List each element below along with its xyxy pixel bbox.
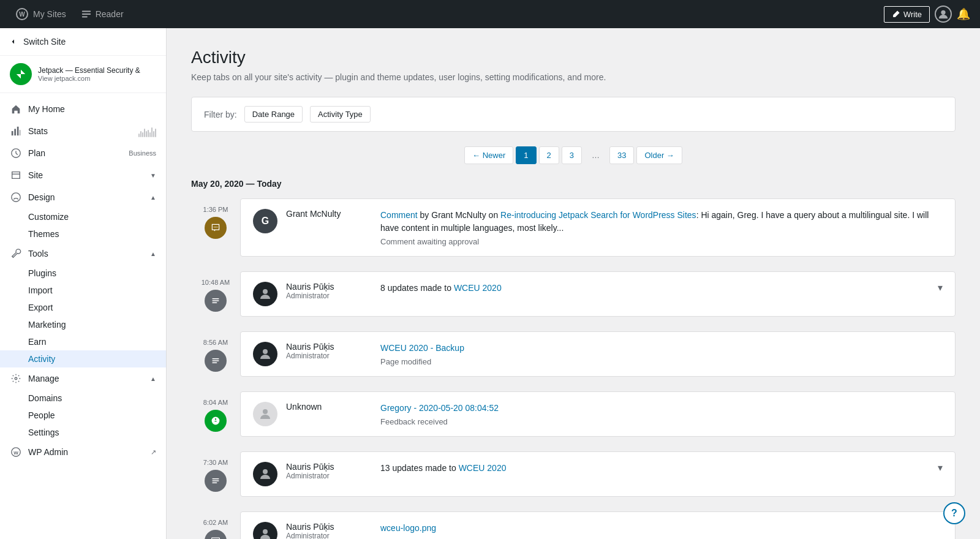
user-avatar[interactable] (935, 6, 952, 23)
sidebar-item-wp-admin[interactable]: W WP Admin ↗ (0, 441, 166, 463)
tools-icon (10, 247, 22, 260)
sidebar-item-site[interactable]: Site ▼ (0, 164, 166, 186)
activity-link-comment[interactable]: Comment (380, 210, 418, 220)
switch-site-button[interactable]: Switch Site (0, 28, 166, 56)
role-4: Administrator (286, 472, 372, 480)
svg-rect-23 (212, 358, 219, 360)
sidebar-item-design[interactable]: Design ▲ (0, 186, 166, 208)
sidebar-item-stats[interactable]: Stats (0, 120, 166, 142)
my-home-label: My Home (28, 104, 156, 114)
activity-list: 1:36 PM G Grant McNulty (191, 198, 956, 539)
svg-point-5 (941, 10, 945, 15)
write-button[interactable]: Write (884, 6, 930, 23)
sidebar-subitem-earn[interactable]: Earn (0, 333, 166, 350)
sidebar-item-plan[interactable]: Plan Business (0, 142, 166, 164)
activity-post-link-2[interactable]: WCEU 2020 - Backup (380, 343, 464, 353)
reader-button[interactable]: Reader (75, 6, 130, 22)
site-brand: Jetpack — Essential Security & View jetp… (0, 56, 166, 93)
activity-time-2: 8:56 AM (203, 339, 228, 346)
expand-button-1[interactable]: ▾ (938, 282, 943, 293)
newer-button[interactable]: ← Newer (464, 146, 513, 164)
activity-meta-0: Comment awaiting approval (380, 237, 943, 246)
activity-icon-2 (205, 350, 227, 372)
filter-by-label: Filter by: (204, 110, 237, 119)
activity-post-link-4[interactable]: WCEU 2020 (459, 463, 507, 473)
activity-row-1: 10:48 AM Nauris Pūķis Administrator (191, 271, 956, 324)
activity-detail-4: 13 updates made to WCEU 2020 (380, 462, 929, 475)
activity-card-1: Nauris Pūķis Administrator 8 updates mad… (240, 271, 956, 317)
sidebar-subitem-export[interactable]: Export (0, 299, 166, 316)
username-3: Unknown (286, 402, 372, 412)
activity-post-link-5[interactable]: wceu-logo.png (380, 523, 436, 533)
sidebar-subitem-customize[interactable]: Customize (0, 208, 166, 225)
svg-rect-3 (81, 13, 90, 15)
sidebar-subitem-people[interactable]: People (0, 407, 166, 424)
reader-label: Reader (96, 9, 124, 19)
expand-button-4[interactable]: ▾ (938, 462, 943, 473)
my-sites-button[interactable]: W My Sites (10, 6, 72, 23)
svg-text:W: W (19, 11, 25, 18)
avatar-grant: G (253, 209, 277, 233)
comment-icon (211, 223, 221, 233)
topbar: W My Sites Reader Write 🔔 (0, 0, 980, 28)
help-button[interactable]: ? (943, 502, 965, 524)
page-33-button[interactable]: 33 (609, 146, 634, 164)
activity-post-link-1[interactable]: WCEU 2020 (454, 283, 502, 293)
activity-post-link-0[interactable]: Re-introducing Jetpack Search for WordPr… (500, 210, 696, 220)
sidebar-item-tools[interactable]: Tools ▲ (0, 243, 166, 265)
sidebar-subitem-plugins[interactable]: Plugins (0, 265, 166, 282)
stats-icon (10, 125, 22, 137)
activity-post-link-3[interactable]: Gregory - 2020-05-20 08:04:52 (380, 403, 499, 413)
role-5: Administrator (286, 532, 372, 539)
svg-rect-4 (81, 17, 87, 18)
activity-text-2: WCEU 2020 - Backup (380, 342, 943, 355)
svg-rect-20 (212, 300, 219, 301)
older-button[interactable]: Older → (636, 146, 682, 164)
activity-card-3: Unknown Gregory - 2020-05-20 08:04:52 Fe… (240, 391, 956, 437)
sidebar: Switch Site Jetpack — Essential Security… (0, 28, 167, 539)
page-2-button[interactable]: 2 (539, 146, 559, 164)
sidebar-subitem-activity[interactable]: Activity (0, 350, 166, 368)
external-link-icon: ↗ (151, 448, 156, 456)
user-info-2: Nauris Pūķis Administrator (286, 342, 372, 360)
site-url: View jetpack.com (38, 75, 156, 82)
nauris-avatar-icon-4 (258, 467, 273, 481)
activity-type-filter[interactable]: Activity Type (310, 106, 371, 123)
sidebar-item-my-home[interactable]: My Home (0, 98, 166, 120)
activity-detail-2: WCEU 2020 - Backup Page modified (380, 342, 943, 366)
sidebar-subitem-themes[interactable]: Themes (0, 225, 166, 243)
sidebar-subitem-marketing[interactable]: Marketing (0, 316, 166, 333)
manage-chevron-icon: ▲ (150, 375, 156, 382)
sidebar-item-manage[interactable]: Manage ▲ (0, 368, 166, 390)
brand-text: Jetpack — Essential Security & View jetp… (38, 66, 156, 82)
activity-time-1: 10:48 AM (202, 279, 230, 286)
design-label: Design (28, 192, 144, 202)
stats-label: Stats (28, 126, 132, 136)
site-name: Jetpack — Essential Security & (38, 66, 156, 75)
page-3-button[interactable]: 3 (562, 146, 582, 164)
timeline-icon-wrap-2 (205, 350, 227, 372)
design-chevron-icon: ▲ (150, 194, 156, 201)
avatar-nauris-2 (253, 342, 277, 366)
sidebar-subitem-domains[interactable]: Domains (0, 390, 166, 407)
update-icon (211, 296, 221, 306)
page-1-button[interactable]: 1 (516, 146, 536, 164)
svg-rect-25 (212, 362, 217, 363)
date-range-filter[interactable]: Date Range (244, 106, 303, 123)
unknown-avatar-icon (258, 407, 273, 421)
username-5: Nauris Pūķis (286, 522, 372, 532)
svg-point-34 (263, 529, 268, 534)
back-arrow-icon (10, 37, 18, 46)
svg-point-12 (12, 193, 20, 202)
activity-detail-1: 8 updates made to WCEU 2020 (380, 282, 929, 295)
date-section-header: May 20, 2020 — Today (191, 179, 956, 189)
timeline-col-5: 6:02 AM (191, 511, 240, 539)
timeline-col-3: 8:04 AM (191, 391, 240, 432)
username-4: Nauris Pūķis (286, 462, 372, 472)
notifications-bell[interactable]: 🔔 (957, 7, 970, 21)
sidebar-subitem-settings[interactable]: Settings (0, 424, 166, 441)
svg-rect-30 (212, 482, 217, 483)
activity-time-4: 7:30 AM (203, 459, 228, 466)
pagination: ← Newer 1 2 3 … 33 Older → (191, 146, 956, 164)
sidebar-subitem-import[interactable]: Import (0, 282, 166, 299)
